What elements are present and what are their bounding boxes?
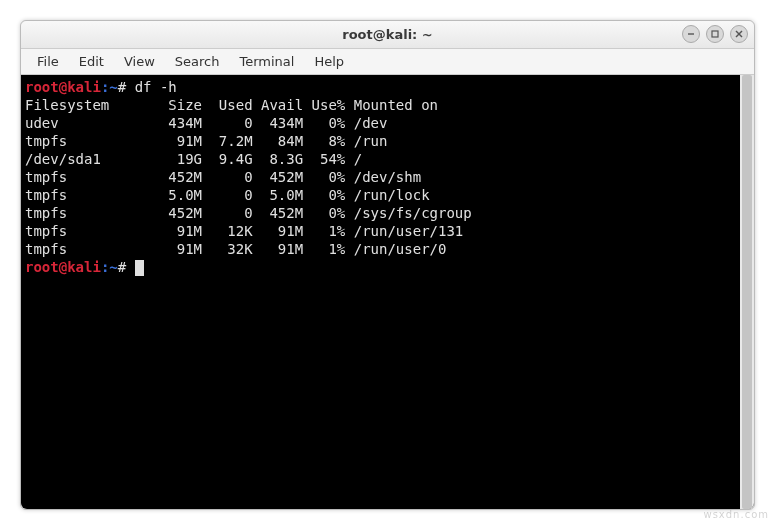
scrollbar-thumb[interactable] — [742, 75, 752, 509]
menu-help[interactable]: Help — [304, 51, 354, 72]
menubar: File Edit View Search Terminal Help — [21, 49, 754, 75]
svg-rect-1 — [712, 31, 718, 37]
terminal-container: root@kali:~# df -h Filesystem Size Used … — [21, 75, 754, 509]
window-controls — [682, 25, 748, 43]
scrollbar[interactable] — [740, 75, 754, 509]
maximize-icon — [710, 29, 720, 39]
close-button[interactable] — [730, 25, 748, 43]
menu-edit[interactable]: Edit — [69, 51, 114, 72]
menu-file[interactable]: File — [27, 51, 69, 72]
watermark: wsxdn.com — [703, 509, 769, 520]
menu-view[interactable]: View — [114, 51, 165, 72]
maximize-button[interactable] — [706, 25, 724, 43]
terminal-window: root@kali: ~ File Edit View Search Termi… — [20, 20, 755, 510]
menu-terminal[interactable]: Terminal — [229, 51, 304, 72]
window-title: root@kali: ~ — [21, 27, 754, 42]
menu-search[interactable]: Search — [165, 51, 230, 72]
minimize-icon — [686, 29, 696, 39]
terminal-output[interactable]: root@kali:~# df -h Filesystem Size Used … — [21, 75, 740, 509]
titlebar: root@kali: ~ — [21, 21, 754, 49]
close-icon — [734, 29, 744, 39]
minimize-button[interactable] — [682, 25, 700, 43]
